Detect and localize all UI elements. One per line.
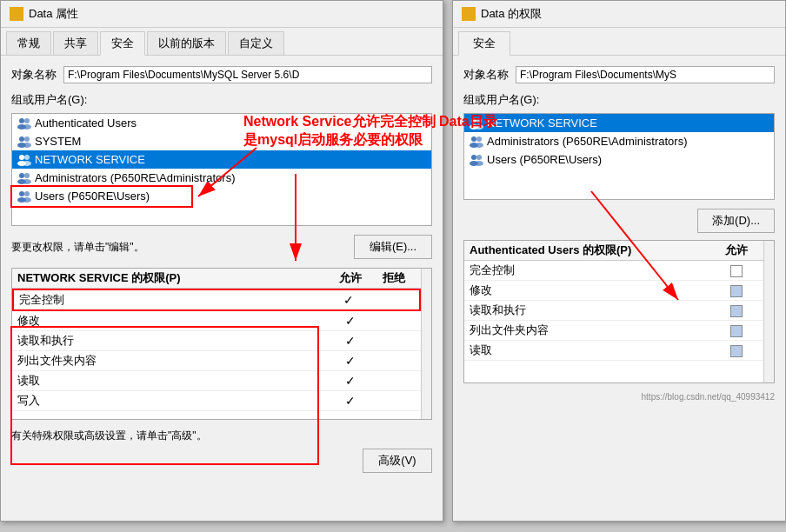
special-note: 有关特殊权限或高级设置，请单击"高级"。 [11,429,432,443]
tab-custom[interactable]: 自定义 [228,31,284,55]
user-name-authenticated: Authenticated Users [35,116,137,130]
user-group-icon [17,117,31,130]
perm-row-2: 读取和执行 ✓ [12,331,421,351]
right-perm-name-1: 修改 [470,283,715,298]
perm-row-3: 列出文件夹内容 ✓ [12,351,421,371]
svg-point-31 [475,161,483,166]
tab-general[interactable]: 常规 [6,31,51,55]
object-row: 对象名称 F:\Program Files\Documents\MySQL Se… [11,66,432,83]
user-name-admin: Administrators (P650RE\Administrators) [35,171,235,184]
user-item-system[interactable]: SYSTEM [12,132,431,150]
svg-point-23 [475,124,483,130]
user-item-users[interactable]: Users (P650RE\Users) [12,187,431,205]
right-user-item-admin[interactable]: Administrators (P650RE\Administrators) [464,132,774,150]
user-list[interactable]: Authenticated Users SYSTEM NETWO [11,113,432,226]
tab-previous[interactable]: 以前的版本 [147,31,226,55]
perm-name-1: 修改 [17,313,329,329]
user-item-network[interactable]: NETWORK SERVICE [12,150,431,169]
perm-name-4: 读取 [17,373,329,389]
right-user-item-users[interactable]: Users (P650RE\Users) [464,150,774,169]
user-name-system: SYSTEM [35,135,81,148]
svg-point-28 [471,155,476,160]
right-perm-allow-2 [715,303,758,317]
perm-row-5: 写入 ✓ [12,391,421,411]
group-label: 组或用户名(G): [11,92,432,108]
perm-allow-4: ✓ [329,374,372,388]
user-group-icon-network [17,154,31,166]
perm-table-header: NETWORK SERVICE 的权限(P) 允许 拒绝 [12,269,421,289]
left-window-title: Data 属性 [29,6,78,22]
svg-point-15 [23,179,31,184]
perm-name-5: 写入 [17,393,329,409]
right-user-list[interactable]: NETWORK SERVICE Administrators (P650RE\A… [463,113,775,200]
perm-header-deny: 拒绝 [372,270,416,286]
svg-point-11 [23,161,31,166]
perm-row-1: 修改 ✓ [12,311,421,331]
right-perm-allow-0 [715,263,758,277]
perm-allow-0: ✓ [327,293,370,307]
perm-row-0: 完全控制 ✓ [12,289,421,311]
add-button[interactable]: 添加(D)... [697,209,775,233]
right-perm-allow-3 [715,323,758,337]
svg-point-25 [476,136,482,142]
right-user-name-network: NETWORK SERVICE [487,116,597,130]
user-group-icon-admin [17,172,31,184]
left-window: Data 属性 常规 共享 安全 以前的版本 自定义 对象名称 F:\Progr… [0,0,443,522]
svg-point-8 [19,155,24,160]
perm-allow-2: ✓ [329,334,372,348]
right-scrollbar[interactable] [763,241,774,382]
perm-name-3: 列出文件夹内容 [17,353,329,369]
right-title-bar: Data 的权限 [453,1,785,28]
user-icon-right-network [470,117,483,130]
right-perm-name-2: 读取和执行 [470,303,715,318]
right-perm-row-4: 读取 [464,341,763,361]
svg-point-1 [24,118,30,123]
perm-allow-1: ✓ [329,314,372,328]
left-content: 对象名称 F:\Program Files\Documents\MySQL Se… [1,56,443,483]
right-perm-row-2: 读取和执行 [464,301,763,321]
perm-name-0: 完全控制 [19,292,327,308]
advanced-button[interactable]: 高级(V) [363,449,432,473]
tab-security[interactable]: 安全 [100,31,145,56]
object-label: 对象名称 [11,67,63,83]
right-perm-row-3: 列出文件夹内容 [464,321,763,341]
svg-point-5 [24,136,30,142]
user-name-users: Users (P650RE\Users) [35,190,150,203]
watermark: https://blog.csdn.net/qq_40993412 [463,392,775,402]
svg-point-3 [23,124,31,130]
folder-icon [10,7,23,21]
right-perm-header: Authenticated Users 的权限(P) 允许 [464,241,763,261]
user-item-authenticated[interactable]: Authenticated Users [12,114,431,132]
right-perm-allow-4 [715,343,758,357]
user-item-admin[interactable]: Administrators (P650RE\Administrators) [12,169,431,187]
svg-point-13 [24,173,30,178]
right-perm-allow-header: 允许 [715,243,758,258]
edit-button[interactable]: 编辑(E)... [354,235,432,259]
right-tab-security[interactable]: 安全 [458,31,510,56]
user-name-network: NETWORK SERVICE [35,153,145,166]
user-group-icon-system [17,136,31,148]
right-tab-bar: 安全 [453,28,785,56]
tab-share[interactable]: 共享 [53,31,98,55]
user-group-icon-users [17,190,31,203]
right-object-label: 对象名称 [463,67,516,83]
perm-header-allow: 允许 [329,270,372,286]
right-user-name-users: Users (P650RE\Users) [487,153,602,166]
right-perm-title: Authenticated Users 的权限(P) [470,243,715,258]
svg-point-9 [24,155,30,160]
right-window: Data 的权限 安全 对象名称 F:\Program Files\Docume… [452,0,786,522]
object-value: F:\Program Files\Documents\MySQL Server … [63,66,432,83]
right-user-name-admin: Administrators (P650RE\Administrators) [487,135,687,148]
right-object-value: F:\Program Files\Documents\MyS [516,66,775,83]
svg-point-17 [24,191,30,196]
user-icon-right-admin [470,136,483,148]
change-note: 要更改权限，请单击"编辑"。 [11,240,144,255]
permissions-table: NETWORK SERVICE 的权限(P) 允许 拒绝 完全控制 ✓ 修改 ✓ [11,268,432,420]
svg-point-4 [19,136,24,142]
right-user-item-network[interactable]: NETWORK SERVICE [464,114,774,132]
scrollbar[interactable] [421,269,431,419]
svg-point-0 [19,118,24,123]
footer-row: 高级(V) [11,449,432,473]
svg-point-24 [471,136,476,142]
perm-table-inner: NETWORK SERVICE 的权限(P) 允许 拒绝 完全控制 ✓ 修改 ✓ [12,269,421,419]
